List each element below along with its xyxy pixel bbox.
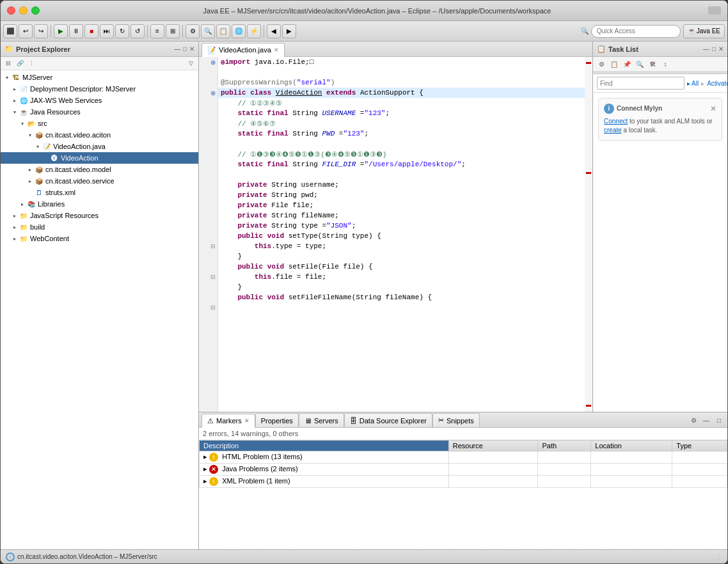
marker-html-desc: ▸ ! HTML Problem (13 items) [200, 451, 449, 464]
code-line-6: static final String USERNAME = "123" ; [218, 108, 585, 118]
line-gutter: ⊕ ⊕ [199, 57, 218, 412]
connect-mylyn-close[interactable]: ✕ [710, 104, 716, 114]
bottom-panel-btn-1[interactable]: ⚙ [688, 414, 699, 426]
minimize-button[interactable] [19, 6, 28, 15]
close-button[interactable] [7, 6, 15, 15]
project-explorer-close[interactable]: ✕ [189, 45, 194, 52]
marker-row-html[interactable]: ▸ ! HTML Problem (13 items) [200, 451, 727, 464]
toolbar-btn-2[interactable]: ↩ [19, 24, 33, 38]
task-find-input[interactable] [597, 77, 684, 90]
task-btn-2[interactable]: 📋 [608, 58, 620, 70]
editor-tab-close[interactable]: ✕ [274, 47, 279, 53]
toolbar-btn-5[interactable]: ↻ [115, 24, 129, 38]
toolbar-run-btn[interactable]: ▶ [54, 24, 68, 38]
gutter-19 [199, 251, 218, 262]
gutter-fold-18[interactable]: ⊟ [199, 241, 218, 251]
tree-item-deployment[interactable]: ▸ 📄 Deployment Descriptor: MJServer [1, 83, 198, 95]
status-right: ⋮ [716, 553, 722, 560]
task-list-maximize[interactable]: □ [712, 45, 716, 52]
scroll-err-1 [586, 62, 591, 64]
tree-item-java-resources[interactable]: ▾ ☕ Java Resources [1, 106, 198, 118]
title-bar: Java EE – MJServer/src/cn/itcast/video/a… [1, 1, 727, 21]
toolbar-btn-8[interactable]: ⊞ [166, 24, 180, 38]
task-btn-4[interactable]: 🔍 [634, 58, 645, 70]
tree-item-package-aciton[interactable]: ▾ 📦 cn.itcast.video.aciton [1, 129, 198, 141]
all-tasks-link[interactable]: ▸ All [687, 80, 699, 87]
quick-access-input[interactable] [591, 25, 681, 38]
tree-item-jaxws[interactable]: ▸ 🌐 JAX-WS Web Services [1, 95, 198, 106]
task-btn-6[interactable]: ↕ [660, 58, 671, 70]
maximize-button[interactable] [31, 6, 40, 15]
code-line-1: ⊕ import java.io.File;□ [218, 57, 585, 67]
bottom-panel-minimize[interactable]: — [700, 414, 712, 426]
toolbar-btn-9[interactable]: ⚙ [186, 24, 200, 38]
tree-item-package-model[interactable]: ▸ 📦 cn.itcast.video.model [1, 164, 198, 175]
gutter-fold-21[interactable]: ⊟ [199, 272, 218, 282]
collapse-all-btn[interactable]: ⊟ [3, 58, 13, 68]
tree-item-videaaction-java[interactable]: ▾ 📝 VideoAction.java [1, 141, 198, 152]
col-location[interactable]: Location [591, 441, 672, 451]
task-list-close[interactable]: ✕ [718, 45, 724, 52]
toolbar-btn-11[interactable]: 📋 [216, 24, 230, 38]
editor-tab-videoaction[interactable]: 📝 VideoAction.java ✕ [202, 43, 285, 57]
activate-link[interactable]: Activate... [707, 80, 727, 87]
tree-more-btn[interactable]: ⋮ [26, 58, 36, 68]
toolbar-btn-3[interactable]: ↪ [34, 24, 48, 38]
marker-row-java[interactable]: ▸ ✕ Java Problems (2 items) [200, 464, 727, 476]
perspective-java-ee[interactable]: ☕ Java EE [683, 24, 725, 38]
status-text: cn.itcast.video.aciton.VideoAction – MJS… [17, 553, 157, 560]
toolbar-btn-10[interactable]: 🔍 [201, 24, 215, 38]
toolbar-pause-btn[interactable]: ⏸ [69, 24, 83, 38]
link-editor-btn[interactable]: 🔗 [15, 58, 25, 68]
scrollbar-right[interactable] [585, 57, 592, 412]
connect-link[interactable]: Connect [604, 118, 628, 125]
arrow-package-service: ▸ [26, 178, 34, 184]
tree-item-src[interactable]: ▾ 📂 src [1, 118, 198, 129]
task-btn-5[interactable]: 🛠 [647, 58, 658, 70]
bottom-tab-markers[interactable]: ⚠ Markers ✕ [202, 414, 255, 428]
toolbar-btn-7[interactable]: ≡ [150, 24, 164, 38]
col-type[interactable]: Type [672, 441, 727, 451]
toolbar-btn-12[interactable]: 🌐 [232, 24, 246, 38]
bottom-tab-servers[interactable]: 🖥 Servers [299, 413, 344, 427]
col-description[interactable]: Description [200, 441, 449, 451]
project-folder-icon: 📁 [4, 45, 13, 53]
tree-menu-btn[interactable]: ▽ [186, 58, 196, 68]
tree-item-js-resources[interactable]: ▸ 📁 JavaScript Resources [1, 210, 198, 221]
descriptor-icon: 📄 [19, 84, 29, 94]
task-list-minimize[interactable]: — [703, 45, 709, 52]
bottom-panel-maximize[interactable]: □ [713, 414, 725, 426]
marker-row-xml[interactable]: ▸ ! XML Problem (1 item) [200, 476, 727, 488]
toolbar-btn-14[interactable]: ◀ [267, 24, 281, 38]
toolbar-stop-btn[interactable]: ■ [84, 24, 99, 38]
toolbar-btn-4[interactable]: ⏭ [100, 24, 114, 38]
tree-item-build[interactable]: ▸ 📁 build [1, 221, 198, 233]
code-scroll-area[interactable]: ⊕ import java.io.File;□ @SuppressWarning… [218, 57, 585, 412]
task-btn-3[interactable]: 📌 [621, 58, 633, 70]
task-btn-1[interactable]: ⚙ [596, 58, 607, 70]
toolbar-btn-13[interactable]: ⚡ [247, 24, 261, 38]
tree-item-webcontent[interactable]: ▸ 📁 WebContent [1, 233, 198, 244]
tree-item-mjserver[interactable]: ▾ 🏗 MJServer [1, 72, 198, 83]
toolbar-btn-15[interactable]: ▶ [282, 24, 296, 38]
bottom-tab-bar: ⚠ Markers ✕ Properties 🖥 Servers 🗄 Data … [199, 412, 727, 428]
tree-item-struts-xml[interactable]: 🗒 struts.xml [1, 187, 198, 198]
create-link[interactable]: create [604, 127, 622, 134]
project-explorer-minimize[interactable]: — [174, 45, 180, 52]
toolbar-btn-1[interactable]: ⬛ [3, 24, 17, 38]
col-path[interactable]: Path [538, 441, 591, 451]
tree-item-videoaction-class[interactable]: 🅥 VideoAction [1, 152, 198, 164]
toolbar-btn-6[interactable]: ↺ [131, 24, 145, 38]
bottom-tab-properties[interactable]: Properties [255, 413, 299, 427]
markers-tab-close[interactable]: ✕ [244, 418, 249, 424]
tree-item-package-service[interactable]: ▸ 📦 cn.itcast.video.service [1, 175, 198, 187]
bottom-tab-datasource[interactable]: 🗄 Data Source Explorer [344, 413, 432, 427]
col-resource[interactable]: Resource [448, 441, 538, 451]
tree-item-libraries[interactable]: ▸ 📚 Libraries [1, 198, 198, 210]
info-icon: i [604, 104, 614, 114]
window-title: Java EE – MJServer/src/cn/itcast/video/a… [46, 7, 708, 15]
gutter-fold-24[interactable]: ⊟ [199, 302, 218, 313]
project-explorer-maximize[interactable]: □ [183, 45, 187, 52]
arrow-jaxws: ▸ [11, 98, 19, 104]
bottom-tab-snippets[interactable]: ✂ Snippets [432, 413, 480, 427]
